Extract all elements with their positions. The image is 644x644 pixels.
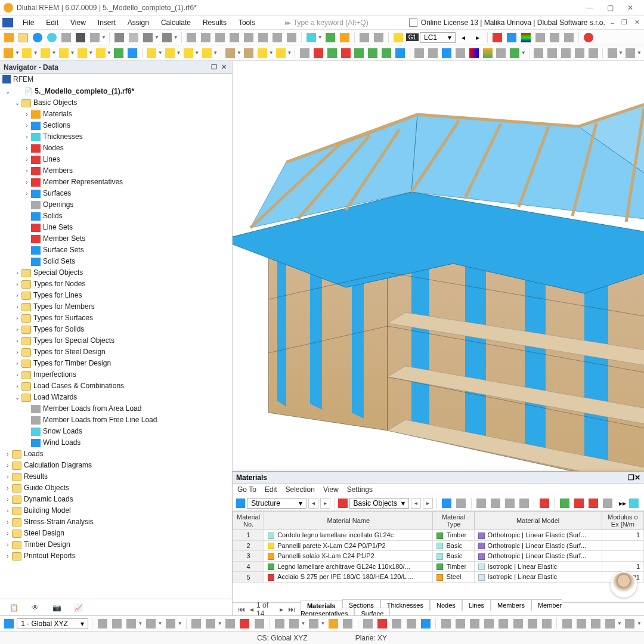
tool-1[interactable] (413, 47, 426, 60)
tree-folder-2[interactable]: ›Types for Lines (0, 290, 232, 301)
ins-19[interactable] (326, 47, 338, 60)
combo-prev[interactable]: ◂ (308, 498, 318, 509)
tree-bo-3[interactable]: ›Nodes (0, 143, 232, 154)
tree-folder-3[interactable]: ›Types for Members (0, 301, 232, 312)
tree-folder2-9[interactable]: ›Printout Reports (0, 550, 232, 562)
ins-18[interactable] (312, 47, 324, 60)
tree-folder-5[interactable]: ›Types for Solids (0, 324, 232, 335)
cs-icon[interactable] (2, 617, 15, 630)
ins-3[interactable] (39, 47, 52, 60)
webservice-button[interactable] (45, 31, 58, 44)
mat-units[interactable] (628, 497, 640, 510)
ins-8[interactable] (126, 47, 139, 60)
mat-tb-2[interactable] (455, 497, 467, 510)
pager-prev[interactable]: ◂ (248, 605, 255, 614)
tool-8[interactable] (509, 47, 521, 60)
ins-6[interactable] (94, 47, 107, 60)
menu-view[interactable]: View (64, 17, 92, 29)
sb-15[interactable] (342, 617, 354, 630)
ins-22[interactable] (367, 47, 379, 60)
tree-lw-3[interactable]: Wind Loads (0, 437, 232, 448)
sb-11[interactable] (273, 617, 286, 630)
calc-2-button[interactable] (324, 31, 337, 44)
tool-13[interactable] (587, 47, 599, 60)
sb-6[interactable] (190, 617, 203, 630)
sb-5[interactable] (165, 617, 177, 630)
sb-14[interactable] (327, 617, 339, 630)
panel-7-button[interactable] (271, 31, 284, 44)
material-row[interactable]: 5 Acciaio S 275 per IPE 180/C 180/HEA 12… (233, 572, 644, 583)
panel-5-button[interactable] (242, 31, 255, 44)
loadcase-combo[interactable]: LC1▾ (420, 32, 456, 43)
tool-12[interactable] (573, 47, 586, 60)
tree-folder-8[interactable]: ›Types for Timber Design (0, 358, 232, 369)
tool-6[interactable] (481, 47, 494, 60)
dim4-button[interactable] (534, 31, 547, 44)
sb-30[interactable] (575, 617, 587, 630)
sb-21[interactable] (439, 617, 452, 630)
sb-25[interactable] (497, 617, 510, 630)
sb-24[interactable] (483, 617, 496, 630)
mat-tb-1[interactable] (441, 497, 453, 510)
tree-bo-10[interactable]: Line Sets (0, 222, 232, 233)
sb-31[interactable] (590, 617, 602, 630)
sb-23[interactable] (469, 617, 481, 630)
tree-folder2-8[interactable]: ›Timber Design (0, 539, 232, 550)
undo-button[interactable] (113, 31, 126, 44)
sb-19[interactable] (405, 617, 417, 630)
tool-11[interactable] (559, 47, 572, 60)
tree-folder2-3[interactable]: ›Guide Objects (0, 482, 232, 494)
block-button[interactable] (60, 31, 73, 44)
tree-folder2-7[interactable]: ›Steel Design (0, 528, 232, 539)
view-2-button[interactable] (372, 31, 385, 44)
tree-file[interactable]: ⌄📄 5._Modello_completo_(1).rf6* (0, 86, 232, 97)
calc-3-button[interactable] (338, 31, 351, 44)
tree-folder-1[interactable]: ›Types for Nodes (0, 278, 232, 290)
navigator-tree[interactable]: ⌄📄 5._Modello_completo_(1).rf6*⌄Basic Ob… (0, 85, 232, 599)
lc-prev-button[interactable]: ◂ (457, 31, 470, 44)
tool-9[interactable] (532, 47, 545, 60)
sb-17[interactable] (376, 617, 389, 630)
mat-menu-view[interactable]: View (323, 485, 339, 494)
tree-bo-11[interactable]: Member Sets (0, 233, 232, 244)
sb-32[interactable] (604, 617, 617, 630)
sb-28[interactable] (540, 617, 553, 630)
nav-tab-display[interactable]: 👁 (27, 602, 43, 614)
redo-button[interactable] (160, 31, 174, 44)
mat-tb-10[interactable] (601, 497, 614, 510)
panel-1-button[interactable] (185, 31, 198, 44)
minimize-button[interactable]: — (580, 1, 600, 14)
ins-14[interactable] (243, 47, 255, 60)
tree-lw-1[interactable]: Member Loads from Free Line Load (0, 414, 232, 426)
tree-lw-0[interactable]: Member Loads from Area Load (0, 403, 232, 414)
tree-bo-1[interactable]: ›Sections (0, 120, 232, 131)
tree-bo-0[interactable]: ›Materials (0, 109, 232, 120)
ins-20[interactable] (339, 47, 352, 60)
panel-3-button[interactable] (213, 31, 227, 44)
tree-bo-5[interactable]: ›Members (0, 165, 232, 177)
history-button[interactable] (141, 31, 154, 44)
cs-combo[interactable]: 1 - Global XYZ▾ (17, 618, 88, 629)
tool-5[interactable] (467, 47, 480, 60)
sb-9[interactable] (239, 617, 251, 630)
tree-folder-10[interactable]: ›Load Cases & Combinations (0, 380, 232, 392)
table-tab-materials[interactable]: Materials (301, 600, 342, 611)
dim-button[interactable] (491, 31, 504, 44)
nav-tab-results[interactable]: 📈 (70, 602, 86, 614)
tool-3[interactable] (440, 47, 453, 60)
tree-bo-6[interactable]: ›Member Representatives (0, 177, 232, 188)
menu-tools[interactable]: Tools (233, 17, 261, 29)
ins-13[interactable] (224, 47, 237, 60)
sb-13[interactable] (307, 617, 320, 630)
sb-18[interactable] (391, 617, 403, 630)
refresh-button[interactable] (31, 31, 44, 44)
tool-2[interactable] (426, 47, 439, 60)
copy-button[interactable] (127, 31, 140, 44)
ins-15[interactable] (256, 47, 269, 60)
nav-tab-data[interactable]: 📋 (6, 602, 21, 614)
open-button[interactable] (17, 31, 30, 44)
child-restore[interactable]: ❐ (620, 18, 629, 26)
tree-folder-0[interactable]: ›Special Objects (0, 267, 232, 278)
tree-lw-2[interactable]: Snow Loads (0, 426, 232, 437)
sb-1[interactable] (96, 617, 109, 630)
